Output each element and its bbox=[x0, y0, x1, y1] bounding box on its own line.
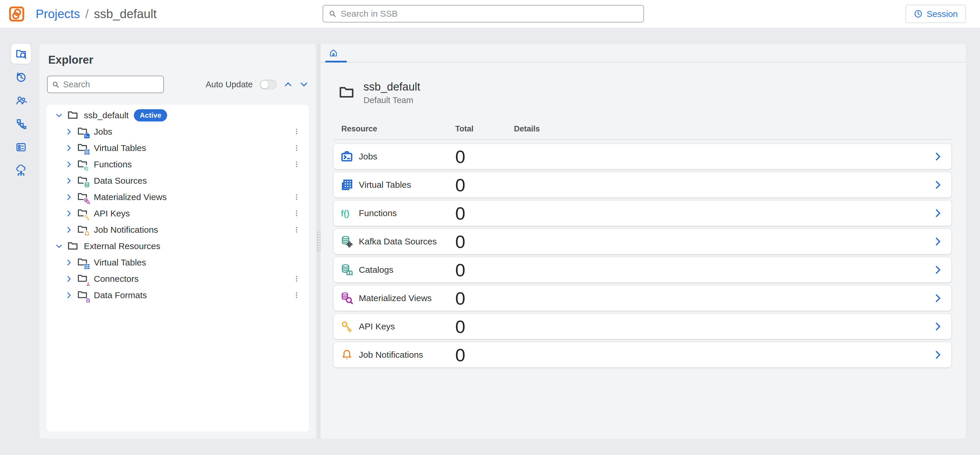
tree-item-label: Connectors bbox=[94, 274, 138, 284]
app-logo-icon[interactable] bbox=[8, 6, 25, 22]
rail-item-lineage[interactable] bbox=[11, 114, 31, 134]
chevron-right-icon[interactable] bbox=[933, 236, 943, 247]
explorer-search-input[interactable] bbox=[63, 80, 159, 89]
kafka-data-sources-icon bbox=[340, 235, 353, 248]
chevron-right-icon[interactable] bbox=[933, 179, 943, 190]
tree-item-jobs[interactable]: Jobs bbox=[46, 124, 309, 140]
chevron-right-icon[interactable] bbox=[65, 210, 73, 217]
tree-item-api-keys[interactable]: API Keys bbox=[46, 205, 309, 222]
workspace: Explorer Auto Update ssb_default Active bbox=[0, 28, 980, 455]
breadcrumb-projects-link[interactable]: Projects bbox=[36, 7, 80, 21]
tree-item-label: Virtual Tables bbox=[94, 258, 146, 268]
resource-row-virtual-tables[interactable]: Virtual Tables 0 bbox=[334, 172, 951, 197]
tree-item-data-sources[interactable]: Data Sources bbox=[46, 173, 309, 189]
tree-item-connectors[interactable]: Connectors bbox=[46, 271, 309, 287]
resource-label: Jobs bbox=[359, 152, 455, 162]
functions-icon bbox=[340, 206, 353, 220]
materialized-views-icon bbox=[340, 292, 353, 305]
tree-item-label: Virtual Tables bbox=[94, 143, 146, 153]
explorer-search[interactable] bbox=[47, 76, 164, 93]
resource-row-jobs[interactable]: Jobs 0 bbox=[334, 144, 951, 169]
kebab-menu-icon[interactable] bbox=[293, 143, 301, 153]
tree-item-label: Functions bbox=[94, 159, 132, 170]
global-search[interactable] bbox=[323, 5, 644, 22]
chevron-right-icon[interactable] bbox=[65, 275, 73, 283]
column-resource: Resource bbox=[341, 124, 455, 133]
explorer-tree: ssb_default Active Jobs Virtual Tables F… bbox=[46, 105, 309, 432]
global-search-input[interactable] bbox=[341, 9, 638, 19]
resource-row-functions[interactable]: Functions 0 bbox=[334, 201, 951, 226]
chevron-right-icon[interactable] bbox=[65, 144, 73, 152]
api-keys-icon bbox=[340, 320, 353, 333]
kebab-menu-icon[interactable] bbox=[293, 225, 301, 235]
tree-item-label: ssb_default bbox=[84, 110, 129, 120]
resource-row-catalogs[interactable]: Catalogs 0 bbox=[334, 257, 951, 282]
toggle-knob bbox=[260, 80, 269, 89]
rail-item-users[interactable] bbox=[11, 90, 31, 110]
panel-splitter[interactable] bbox=[317, 44, 321, 439]
chevron-right-icon[interactable] bbox=[65, 177, 73, 185]
kebab-menu-icon[interactable] bbox=[293, 274, 301, 284]
tree-item-job-notifications[interactable]: Job Notifications bbox=[46, 222, 309, 238]
session-button[interactable]: Session bbox=[905, 5, 966, 23]
left-rail bbox=[7, 44, 35, 181]
chevron-up-icon[interactable] bbox=[284, 80, 293, 89]
chevron-right-icon[interactable] bbox=[933, 350, 943, 360]
chevron-right-icon[interactable] bbox=[933, 265, 943, 275]
api-keys-folder-icon bbox=[77, 207, 90, 220]
chevron-right-icon[interactable] bbox=[933, 151, 943, 162]
resource-label: Virtual Tables bbox=[359, 180, 455, 190]
folder-icon bbox=[67, 109, 80, 122]
chevron-right-icon[interactable] bbox=[933, 208, 943, 219]
tree-item-label: Data Sources bbox=[94, 176, 147, 186]
lineage-icon bbox=[15, 118, 27, 130]
auto-update-toggle[interactable] bbox=[260, 80, 277, 89]
kebab-menu-icon[interactable] bbox=[293, 209, 301, 219]
resource-row-materialized-views[interactable]: Materialized Views 0 bbox=[334, 285, 951, 311]
tree-item-external-resources[interactable]: External Resources bbox=[46, 238, 309, 254]
tree-item-label: Jobs bbox=[94, 127, 112, 137]
resource-row-job-notifications[interactable]: Job Notifications 0 bbox=[334, 342, 951, 368]
data-sources-folder-icon bbox=[77, 174, 90, 187]
kebab-menu-icon[interactable] bbox=[293, 192, 301, 202]
chevron-right-icon[interactable] bbox=[65, 193, 73, 201]
resource-row-api-keys[interactable]: API Keys 0 bbox=[334, 314, 951, 339]
tree-item-ext-virtual-tables[interactable]: Virtual Tables bbox=[46, 254, 309, 271]
chevron-down-icon[interactable] bbox=[55, 111, 63, 119]
rail-item-cards[interactable] bbox=[11, 137, 31, 157]
rail-item-history[interactable] bbox=[11, 67, 31, 87]
cards-icon bbox=[15, 141, 27, 153]
resource-label: Functions bbox=[359, 208, 455, 218]
chevron-down-icon[interactable] bbox=[299, 80, 308, 89]
jobs-icon bbox=[340, 150, 353, 163]
active-tab-indicator bbox=[325, 61, 347, 62]
tree-item-materialized-views[interactable]: Materialized Views bbox=[46, 189, 309, 205]
kebab-menu-icon[interactable] bbox=[293, 127, 301, 137]
chevron-right-icon[interactable] bbox=[933, 321, 943, 332]
resource-total: 0 bbox=[455, 260, 514, 281]
chevron-right-icon[interactable] bbox=[65, 292, 73, 299]
chevron-right-icon[interactable] bbox=[65, 161, 73, 168]
clock-icon bbox=[914, 10, 923, 18]
virtual-tables-icon bbox=[340, 178, 353, 192]
chevron-right-icon[interactable] bbox=[65, 128, 73, 135]
chevron-down-icon[interactable] bbox=[55, 243, 63, 250]
resource-total: 0 bbox=[455, 174, 514, 195]
tree-item-virtual-tables[interactable]: Virtual Tables bbox=[46, 140, 309, 156]
rail-item-explorer[interactable] bbox=[11, 44, 31, 63]
breadcrumb-current: ssb_default bbox=[94, 7, 157, 21]
breadcrumb-separator: / bbox=[85, 7, 89, 21]
chevron-right-icon[interactable] bbox=[933, 293, 943, 303]
chevron-right-icon[interactable] bbox=[65, 226, 73, 234]
resource-row-kafka-data-sources[interactable]: Kafka Data Sources 0 bbox=[334, 229, 951, 254]
tree-item-data-formats[interactable]: Data Formats bbox=[46, 287, 309, 303]
kebab-menu-icon[interactable] bbox=[293, 159, 301, 170]
kebab-menu-icon[interactable] bbox=[293, 290, 301, 300]
tab-home[interactable] bbox=[321, 44, 346, 62]
rail-item-cloud[interactable] bbox=[11, 161, 31, 181]
chevron-right-icon[interactable] bbox=[65, 259, 73, 266]
tree-item-ssb-default[interactable]: ssb_default Active bbox=[46, 107, 309, 124]
resource-total: 0 bbox=[455, 231, 514, 252]
job-notifications-folder-icon bbox=[77, 224, 90, 236]
tree-item-functions[interactable]: Functions bbox=[46, 156, 309, 173]
